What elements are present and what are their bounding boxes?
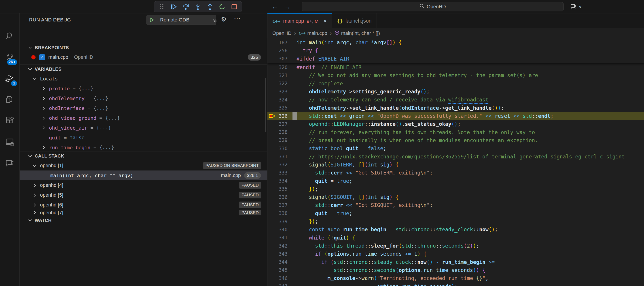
code-line[interactable]: 337 std::cerr << "Got SIGQUIT, exiting\n… xyxy=(268,201,644,209)
code-line[interactable]: 256 try { xyxy=(268,46,644,54)
code-line[interactable]: 187 int main(int argc, char *argv[]) { xyxy=(268,38,644,46)
command-center[interactable]: OpenHD xyxy=(302,2,564,11)
chevron-right-icon[interactable] xyxy=(42,117,45,120)
code-line[interactable]: 340 const auto run_time_begin = std::chr… xyxy=(268,226,644,234)
line-number: 347 xyxy=(278,284,288,286)
activity-item-search[interactable] xyxy=(0,26,20,46)
code-line[interactable]: 347 options.run_time_seconds); xyxy=(268,282,644,286)
section-variables[interactable]: VARIABLES xyxy=(20,64,267,73)
continue-button[interactable] xyxy=(169,2,178,11)
code-line[interactable]: 334 quit = true; xyxy=(268,177,644,185)
variable-row[interactable]: ohdTelemetry = {...} xyxy=(20,93,267,103)
breakpoint-line-badge: 326 xyxy=(248,54,261,60)
activity-item-source-control[interactable]: 2K+ xyxy=(0,48,20,68)
code-line[interactable]: 344 if (std::chrono::steady_clock::now()… xyxy=(268,258,644,266)
chevron-right-icon[interactable] xyxy=(42,146,45,149)
launch-config-dropdown[interactable]: Remote GDB xyxy=(146,15,216,25)
chevron-right-icon[interactable] xyxy=(42,97,45,100)
breakpoint-current-icon[interactable] xyxy=(268,113,278,119)
start-debug-icon[interactable] xyxy=(147,15,157,24)
code-line[interactable]: 328 // run forever, everything has its o… xyxy=(268,128,644,136)
debug-session-row[interactable]: openhd [6] PAUSED xyxy=(20,200,267,210)
restart-button[interactable] xyxy=(218,2,226,11)
code-line[interactable]: 324 // now telemetry can send / receive … xyxy=(268,96,644,104)
code-line[interactable]: 345 std::chrono::seconds(options.run_tim… xyxy=(268,266,644,274)
section-breakpoints[interactable]: BREAKPOINTS xyxy=(20,43,267,52)
breakpoint-item[interactable]: ✓ main.cpp OpenHD 326 xyxy=(20,52,267,62)
section-call-stack[interactable]: CALL STACK xyxy=(20,151,267,160)
activity-item-explorer[interactable] xyxy=(0,90,20,110)
debug-session-row[interactable]: openhd [4] PAUSED xyxy=(20,180,267,190)
variable-row[interactable]: ohd_video_ground = {...} xyxy=(20,113,267,123)
variable-row[interactable]: run_time_begin = {...} xyxy=(20,143,267,152)
stop-button[interactable] xyxy=(230,2,238,11)
drag-handle[interactable] xyxy=(157,2,166,11)
activity-item-chat[interactable] xyxy=(0,154,20,174)
code-line[interactable]: 329 // break out basically is when one o… xyxy=(268,136,644,144)
code-line[interactable]: 333 std::cerr << "Got SIGTERM, exiting\n… xyxy=(268,169,644,177)
variable-row[interactable]: profile = {...} xyxy=(20,84,267,93)
session-label: openhd [1] xyxy=(40,163,63,168)
code-text: }); xyxy=(288,186,318,192)
chevron-right-icon[interactable] xyxy=(33,184,36,187)
copilot-chevron-icon[interactable]: ∨ xyxy=(579,4,582,9)
code-line[interactable]: 321 // We do not add any more settings t… xyxy=(268,71,644,79)
nav-back-icon[interactable]: ← xyxy=(272,3,278,10)
code-line[interactable]: 327 openhd::LEDManager::instance().set_s… xyxy=(268,120,644,128)
more-actions-icon[interactable]: ⋯ xyxy=(234,14,240,22)
variable-row[interactable]: quit = false xyxy=(20,133,267,143)
code-line[interactable]: 342 std::this_thread::sleep_for(std::chr… xyxy=(268,242,644,250)
code-line[interactable]: 338 quit = true; xyxy=(268,209,644,217)
variable-row[interactable]: ohd_video_air = {...} xyxy=(20,123,267,133)
code-line[interactable]: 346 m_console->warn("Terminating, exceed… xyxy=(268,274,644,282)
stack-frame-row[interactable]: main(int argc, char ** argv) main.cpp 32… xyxy=(20,171,267,180)
code-text: ohdTelemetry->set_link_handle(ohdInterfa… xyxy=(288,105,504,111)
code-line[interactable]: 341 while (!quit) { xyxy=(268,234,644,242)
debug-session-row[interactable]: openhd [7] PAUSED xyxy=(20,210,267,215)
code-line[interactable]: 320 #endif // ENABLE_AIR xyxy=(268,63,644,71)
code-line[interactable]: 325 ohdTelemetry->set_link_handle(ohdInt… xyxy=(268,104,644,112)
code-line[interactable]: 323 ohdTelemetry->settings_generic_ready… xyxy=(268,88,644,96)
code-line[interactable]: 330 static bool quit = false; xyxy=(268,144,644,152)
step-out-button[interactable] xyxy=(206,2,214,11)
line-number: 333 xyxy=(278,170,288,176)
code-text: while (!quit) { xyxy=(288,235,355,241)
chevron-right-icon[interactable] xyxy=(42,126,45,129)
chevron-right-icon[interactable] xyxy=(33,204,36,207)
command-center-value: OpenHD xyxy=(427,4,446,9)
chevron-right-icon[interactable] xyxy=(33,194,36,197)
activity-item-run-and-debug[interactable]: 1 xyxy=(0,69,20,89)
code-line[interactable]: 332 signal(SIGTERM, [](int sig) { xyxy=(268,161,644,169)
code-line[interactable]: 339 }); xyxy=(268,217,644,226)
code-line[interactable]: 307 #ifdef ENABLE_AIR xyxy=(268,55,644,63)
copilot-icon[interactable] xyxy=(570,3,577,11)
gear-icon[interactable]: ⚙ xyxy=(221,16,226,23)
activity-item-remote-explorer[interactable] xyxy=(0,132,20,153)
code-text: // break out basically is when one of th… xyxy=(288,137,538,143)
chevron-right-icon[interactable] xyxy=(42,87,45,90)
variables-scope-locals[interactable]: Locals xyxy=(20,74,267,84)
debug-session-row[interactable]: openhd [5] PAUSED xyxy=(20,190,267,200)
step-into-button[interactable] xyxy=(194,2,202,11)
code-line[interactable]: 343 if (options.run_time_seconds >= 1) { xyxy=(268,250,644,258)
variable-row[interactable]: ohdInterface = {...} xyxy=(20,103,267,113)
chevron-down-icon[interactable] xyxy=(33,164,36,167)
code-line[interactable]: 335 }); xyxy=(268,185,644,193)
section-watch[interactable]: WATCH xyxy=(20,216,267,225)
code-line[interactable]: 331 // https://unix.stackexchange.com/qu… xyxy=(268,152,644,160)
code-line[interactable]: 322 // complete xyxy=(268,79,644,88)
nav-forward-icon[interactable]: → xyxy=(284,3,291,10)
code-text: static bool quit = false; xyxy=(288,145,386,151)
sidebar-scrollbar[interactable] xyxy=(265,78,266,132)
line-number: 342 xyxy=(278,243,288,249)
step-over-button[interactable] xyxy=(181,2,190,11)
debug-session-row[interactable]: openhd [1] PAUSED ON BREAKPOINT xyxy=(20,161,267,171)
activity-item-extensions[interactable] xyxy=(0,111,20,131)
code-line[interactable]: 336 signal(SIGQUIT, [](int sig) { xyxy=(268,193,644,201)
code-line[interactable]: 326 std::cout << green << "OpenHD was su… xyxy=(268,112,644,120)
chevron-right-icon[interactable] xyxy=(42,107,45,110)
line-number: 332 xyxy=(278,162,288,167)
breakpoint-checkbox[interactable]: ✓ xyxy=(39,54,45,60)
code-text: options.run_time_seconds); xyxy=(288,284,458,286)
chevron-right-icon[interactable] xyxy=(33,211,36,214)
